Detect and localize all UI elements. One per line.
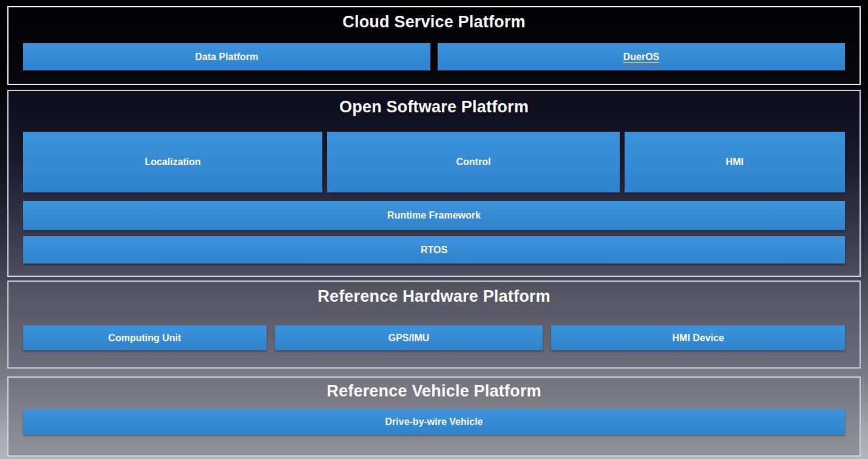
control-box: Control bbox=[327, 132, 619, 192]
gps-imu-label: GPS/IMU bbox=[388, 333, 430, 344]
rtos-box: RTOS bbox=[23, 236, 845, 264]
runtime-framework-box: Runtime Framework bbox=[23, 201, 845, 230]
localization-box: Localization bbox=[23, 132, 322, 192]
data-platform-label: Data Platform bbox=[195, 52, 258, 63]
hmi-box: HMI bbox=[625, 132, 845, 192]
platform-architecture-diagram: Cloud Service Platform Data Platform Due… bbox=[0, 0, 868, 459]
software-modules-row: Localization Control HMI bbox=[23, 132, 845, 192]
open-software-platform-title: Open Software Platform bbox=[23, 97, 845, 117]
gps-imu-box: GPS/IMU bbox=[275, 325, 543, 350]
hmi-label: HMI bbox=[726, 157, 744, 168]
reference-hardware-platform-title: Reference Hardware Platform bbox=[23, 287, 845, 307]
hmi-device-label: HMI Device bbox=[673, 333, 724, 344]
rtos-label: RTOS bbox=[421, 245, 447, 256]
computing-unit-box: Computing Unit bbox=[23, 325, 266, 350]
dueros-label: DuerOS bbox=[623, 52, 660, 63]
control-label: Control bbox=[456, 157, 490, 168]
reference-vehicle-platform-section: Reference Vehicle Platform Drive-by-wire… bbox=[7, 376, 861, 457]
cloud-service-platform-section: Cloud Service Platform Data Platform Due… bbox=[7, 6, 861, 85]
open-software-platform-section: Open Software Platform Localization Cont… bbox=[7, 90, 861, 277]
data-platform-box: Data Platform bbox=[23, 43, 430, 70]
drive-by-wire-vehicle-label: Drive-by-wire Vehicle bbox=[385, 416, 483, 427]
localization-label: Localization bbox=[144, 157, 200, 168]
computing-unit-label: Computing Unit bbox=[108, 333, 181, 344]
dueros-box: DuerOS bbox=[438, 43, 845, 70]
reference-hardware-platform-section: Reference Hardware Platform Computing Un… bbox=[7, 280, 861, 369]
reference-vehicle-platform-title: Reference Vehicle Platform bbox=[23, 381, 845, 401]
hmi-device-box: HMI Device bbox=[551, 325, 845, 350]
hardware-boxes-row: Computing Unit GPS/IMU HMI Device bbox=[23, 325, 845, 350]
cloud-service-boxes-row: Data Platform DuerOS bbox=[23, 43, 845, 70]
runtime-framework-label: Runtime Framework bbox=[387, 210, 481, 221]
drive-by-wire-vehicle-box: Drive-by-wire Vehicle bbox=[23, 409, 845, 435]
cloud-service-platform-title: Cloud Service Platform bbox=[23, 12, 845, 32]
